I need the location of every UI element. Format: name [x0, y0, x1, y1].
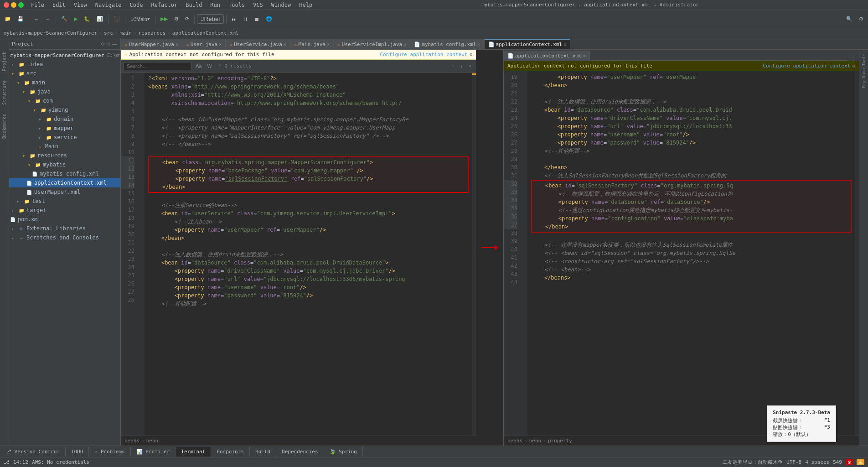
- tree-pom[interactable]: 📄 pom.xml: [0, 215, 120, 224]
- menu-refactor[interactable]: Refactor: [147, 1, 181, 9]
- tab-usermapper-java[interactable]: ☕ UserMapper.java ×: [121, 39, 182, 49]
- left-search-next[interactable]: ↓: [459, 62, 465, 70]
- panel-collapse-btn[interactable]: —: [112, 42, 117, 47]
- left-search-prev[interactable]: ↑: [451, 62, 457, 70]
- tab-userserviceimpl-java[interactable]: ☕ UserServiceImpl.java ×: [334, 39, 410, 49]
- left-search-input[interactable]: [124, 62, 192, 70]
- right-tab-appcontext[interactable]: 📄 applicationContext.xml ×: [504, 51, 590, 61]
- maximize-button[interactable]: [18, 2, 24, 8]
- tree-resources[interactable]: ▾ 📁 resources: [0, 151, 120, 160]
- toolbar-more-btn[interactable]: ⚙: [171, 13, 181, 26]
- menu-build[interactable]: Build: [182, 1, 206, 9]
- minimize-button[interactable]: [11, 2, 16, 8]
- toolbar-back-btn[interactable]: ←: [31, 13, 42, 26]
- menu-help[interactable]: Help: [295, 1, 316, 9]
- toolbar-update-btn[interactable]: ⟳: [182, 13, 192, 26]
- bottom-tab-spring[interactable]: 🍃 Spring: [324, 447, 363, 457]
- tree-mapper-dir[interactable]: ▸ 📁 mapper: [0, 124, 120, 133]
- jrebel-button[interactable]: JRebel: [197, 14, 224, 24]
- menu-edit[interactable]: Edit: [49, 1, 69, 9]
- tree-scratches[interactable]: ▸ ✏ Scratches and Consoles: [0, 233, 120, 242]
- tab-user-java-close[interactable]: ×: [219, 42, 222, 47]
- tree-domain[interactable]: ▸ 📁 domain: [0, 114, 120, 124]
- toolbar-build-btn[interactable]: 🔨: [58, 13, 70, 26]
- tab-usermapper-java-close[interactable]: ×: [176, 42, 178, 47]
- tab-mybatis-config-close[interactable]: ×: [477, 42, 480, 47]
- bottom-tab-profiler[interactable]: 📊 Profiler: [131, 447, 176, 457]
- toolbar-translate-btn[interactable]: 🌐: [263, 13, 275, 26]
- tree-usermapper-xml[interactable]: 📄 UserMapper.xml: [0, 187, 120, 197]
- tree-main[interactable]: ▾ 📁 main: [0, 78, 120, 87]
- menu-code[interactable]: Code: [126, 1, 147, 9]
- panel-sort-btn[interactable]: ⇅: [107, 42, 110, 47]
- bottom-tab-build[interactable]: Build: [250, 447, 276, 457]
- toolbar-skip-btn[interactable]: ⏭: [229, 13, 239, 26]
- tab-userserviceimpl-close[interactable]: ×: [403, 42, 406, 47]
- menu-tools[interactable]: Tools: [225, 1, 248, 9]
- branch-selector[interactable]: ⎇ Main ▾: [128, 13, 153, 26]
- tree-src[interactable]: ▾ 📁 src: [0, 69, 120, 78]
- tree-appcontext[interactable]: 📄 applicationContext.xml: [0, 178, 120, 187]
- bottom-tab-terminal[interactable]: Terminal: [176, 447, 211, 457]
- window-controls[interactable]: [4, 2, 24, 8]
- left-search-regex[interactable]: .*: [216, 62, 222, 70]
- tab-main-java[interactable]: ☕ Main.java ×: [290, 39, 334, 49]
- bottom-tab-vcs[interactable]: ⎇ Version Control: [0, 447, 66, 457]
- status-error-btn[interactable]: ⊗: [846, 459, 853, 465]
- menu-run[interactable]: Run: [207, 1, 224, 9]
- right-tab-more[interactable]: ⋮: [848, 55, 859, 61]
- panel-settings-btn[interactable]: ⚙: [101, 42, 105, 47]
- right-configure-link[interactable]: Configure application context: [763, 63, 850, 69]
- left-configure-link[interactable]: Configure application context: [380, 52, 467, 57]
- left-search-word[interactable]: W: [205, 62, 213, 70]
- left-search-match-case[interactable]: Aa: [194, 62, 203, 70]
- tab-appcontext-left[interactable]: 📄 applicationContext.xml ×: [485, 39, 571, 49]
- tree-java[interactable]: ▾ 📁 java: [0, 87, 120, 96]
- toolbar-run-btn[interactable]: ▶: [71, 13, 80, 26]
- toolbar-settings-btn[interactable]: ⚙: [856, 13, 866, 26]
- tree-root[interactable]: ▾ mybatis-mapperScannerConfigurer E:\myb…: [0, 51, 120, 60]
- project-side-tab[interactable]: Project: [2, 52, 7, 71]
- menu-view[interactable]: View: [70, 1, 91, 9]
- tree-target[interactable]: ▸ 📁 target: [0, 206, 120, 215]
- right-code-content[interactable]: <property name="userMapper" ref="userMap…: [527, 71, 855, 436]
- tree-com[interactable]: ▾ 📁 com: [0, 96, 120, 105]
- bottom-tab-endpoints[interactable]: Endpoints: [211, 447, 250, 457]
- big-data-side-tab[interactable]: Big Data Tools: [862, 53, 866, 88]
- menu-vcs[interactable]: VCS: [249, 1, 267, 9]
- menu-file[interactable]: File: [27, 1, 48, 9]
- structure-side-tab[interactable]: Structure: [2, 80, 7, 105]
- bookmarks-side-tab[interactable]: Bookmarks: [2, 114, 7, 139]
- right-configure-icon[interactable]: ⚙: [852, 63, 855, 69]
- tree-ext-libs[interactable]: ▸ ⚙ External Libraries: [0, 224, 120, 233]
- tree-yimeng[interactable]: ▾ 📁 yimeng: [0, 105, 120, 114]
- right-tab-appcontext-close[interactable]: ×: [583, 53, 586, 58]
- tab-userservice-java[interactable]: ☕ UserService.java ×: [226, 39, 290, 49]
- bottom-tab-problems[interactable]: ⚠ Problems: [89, 447, 130, 457]
- menu-window[interactable]: Window: [268, 1, 294, 9]
- left-code-content[interactable]: ?<?xml version="1.0" encoding="UTF-8"?> …: [145, 73, 472, 436]
- tree-service-dir[interactable]: ▸ 📁 service: [0, 133, 120, 142]
- toolbar-save-btn[interactable]: 💾: [15, 13, 26, 26]
- toolbar-debug-btn[interactable]: 🐛: [81, 13, 93, 26]
- toolbar-open-btn[interactable]: 📁: [2, 13, 14, 26]
- left-configure-icon[interactable]: ⚙: [469, 52, 472, 57]
- tab-main-java-close[interactable]: ×: [327, 42, 330, 47]
- status-warning-btn[interactable]: ⚠: [857, 459, 864, 465]
- tree-test[interactable]: ▸ 📁 test: [0, 197, 120, 206]
- tree-idea[interactable]: ▸ 📁 .idea: [0, 60, 120, 69]
- tab-user-java[interactable]: ☕ User.java ×: [182, 39, 226, 49]
- menu-bar[interactable]: File Edit View Navigate Code Refactor Bu…: [27, 1, 316, 9]
- tree-mybatis-dir[interactable]: ▾ 📁 mybatis: [0, 160, 120, 169]
- tab-appcontext-left-close[interactable]: ×: [563, 42, 566, 47]
- bottom-tab-dependencies[interactable]: Dependencies: [276, 447, 324, 457]
- toolbar-rerun-btn[interactable]: ▶▶: [158, 13, 170, 26]
- tree-mybatis-config[interactable]: 📄 mybatis-config.xml: [0, 169, 120, 178]
- tree-main-class[interactable]: ☕ Main: [0, 142, 120, 151]
- toolbar-stop2-btn[interactable]: ⏹: [252, 13, 262, 26]
- toolbar-profile-btn[interactable]: 📊: [94, 13, 106, 26]
- toolbar-stop-btn[interactable]: ⬛: [111, 13, 123, 26]
- tab-mybatis-config[interactable]: 📄 mybatis-config.xml ×: [410, 39, 484, 49]
- tab-userservice-java-close[interactable]: ×: [284, 42, 286, 47]
- bottom-tab-todo[interactable]: TODO: [66, 447, 89, 457]
